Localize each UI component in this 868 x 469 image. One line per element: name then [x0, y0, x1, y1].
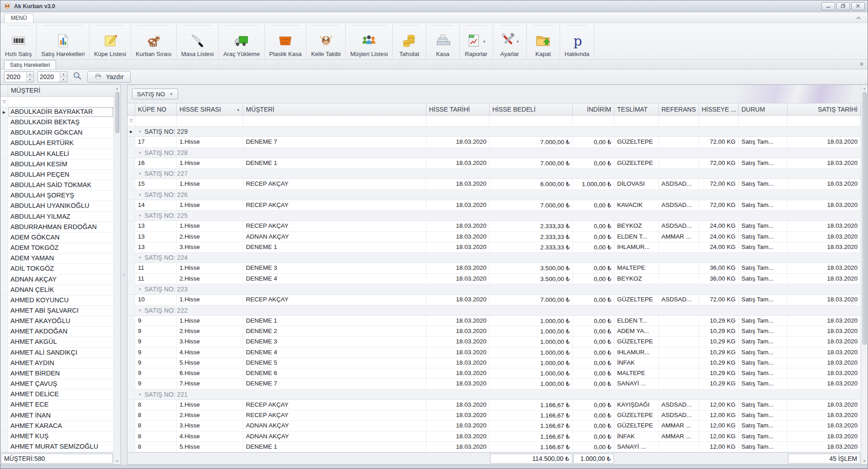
cell-referans[interactable]: [659, 158, 699, 168]
customer-name[interactable]: ADİL TOKGÖZ: [8, 264, 113, 274]
cell-hisseye[interactable]: 72,00 KG: [699, 179, 739, 189]
cell-hisseye[interactable]: 10,29 KG: [699, 337, 739, 347]
cell-musteri[interactable]: DENEME 1: [243, 242, 426, 252]
cell-indirim[interactable]: 0,00 ₺: [573, 410, 614, 420]
cell-indirim[interactable]: 0,00 ₺: [573, 158, 614, 168]
column-header-hisse_sirasi[interactable]: HİSSE SIRASI▲: [177, 103, 243, 115]
cell-hisse_bedeli[interactable]: 1.166,67 ₺: [490, 421, 573, 431]
column-header-teslimat[interactable]: TESLİMAT: [614, 103, 659, 115]
cell-satis_tarihi[interactable]: 18.03.2020: [788, 400, 861, 410]
column-header-hisseye[interactable]: HİSSEYE ...: [699, 103, 739, 115]
toolbar-button-m-teri-listesi[interactable]: Müşteri Listesi: [346, 23, 393, 59]
cell-musteri[interactable]: DENEME 5: [243, 358, 426, 368]
group-collapse-icon[interactable]: ▾: [139, 213, 141, 218]
cell-kupe_no[interactable]: 9: [135, 368, 177, 378]
cell-satis_tarihi[interactable]: 18.03.2020: [788, 431, 861, 441]
table-row[interactable]: 81.HisseRECEP AKÇAY18.03.20201.166,67 ₺0…: [127, 400, 861, 410]
group-row[interactable]: ▶▾SATIŞ NO: 229: [127, 127, 861, 137]
list-item[interactable]: AHMET DELİCE: [0, 389, 113, 400]
cell-hisse_bedeli[interactable]: 1.166,67 ₺: [490, 400, 573, 410]
cell-hisse_sirasi[interactable]: 1.Hisse: [177, 158, 243, 168]
toolbar-button-kelle-takibi[interactable]: Kelle Takibi: [307, 23, 346, 59]
group-row-label[interactable]: ▾SATIŞ NO: 224: [135, 253, 188, 263]
list-item[interactable]: AHMED KOYUNCU: [0, 295, 113, 306]
cell-musteri[interactable]: DENEME 3: [243, 263, 426, 273]
column-header-indirim[interactable]: İNDİRİM: [573, 103, 614, 115]
filter-cell-kupe_no[interactable]: [135, 116, 177, 126]
cell-durum[interactable]: Satış Tam...: [739, 442, 788, 452]
cell-hisse_bedeli[interactable]: 1.000,00 ₺: [490, 337, 573, 347]
list-item[interactable]: ABDURRAHMAN ERDOĞAN: [0, 222, 113, 233]
cell-hisse_sirasi[interactable]: 1.Hisse: [177, 295, 243, 305]
cell-satis_tarihi[interactable]: 18.03.2020: [788, 232, 861, 242]
cell-hisseye[interactable]: 72,00 KG: [699, 200, 739, 210]
customer-name[interactable]: ABDULLAH ERTÜRK: [8, 138, 113, 148]
table-row[interactable]: 95.HisseDENEME 518.03.20201.000,00 ₺0,00…: [127, 358, 861, 368]
list-item[interactable]: ABDULLAH ERTÜRK: [0, 138, 113, 149]
list-item[interactable]: ABDULLAH KESİM: [0, 159, 113, 170]
spin-up-icon[interactable]: ▲: [27, 72, 33, 77]
scroll-down-icon[interactable]: ▼: [861, 458, 868, 464]
cell-hisse_tarihi[interactable]: 18.03.2020: [426, 274, 490, 284]
cell-referans[interactable]: [659, 242, 699, 252]
cell-teslimat[interactable]: GÜZELTEPE: [614, 421, 659, 431]
filter-cell-hisseye[interactable]: [699, 116, 739, 126]
cell-hisse_bedeli[interactable]: 1.000,00 ₺: [490, 358, 573, 368]
list-item[interactable]: ABDULLAH UYANIKOĞLU: [0, 201, 113, 211]
cell-durum[interactable]: Satış Tam...: [739, 358, 788, 368]
customer-name[interactable]: ADEM YAMAN: [8, 253, 113, 263]
cell-kupe_no[interactable]: 13: [135, 232, 177, 242]
list-item[interactable]: ABDULKADİR BEKTAŞ: [0, 117, 113, 128]
cell-hisse_sirasi[interactable]: 1.Hisse: [177, 316, 243, 326]
customer-name[interactable]: AHMET AYDIN: [8, 358, 113, 368]
cell-referans[interactable]: ASDSAD...: [659, 200, 699, 210]
table-row[interactable]: 83.HisseADNAN AKÇAY18.03.20201.166,67 ₺0…: [127, 421, 861, 431]
cell-indirim[interactable]: 0,00 ₺: [573, 326, 614, 336]
cell-teslimat[interactable]: KAVACIK: [614, 200, 659, 210]
spin-down-icon[interactable]: ▼: [27, 77, 33, 82]
customer-name[interactable]: AHMET BİRDEN: [8, 369, 113, 379]
minimize-button[interactable]: [821, 2, 835, 10]
tab-close-icon[interactable]: ✕: [859, 61, 864, 67]
customer-name[interactable]: ADEM GÖKCAN: [8, 233, 113, 243]
cell-durum[interactable]: Satış Tam...: [739, 274, 788, 284]
cell-satis_tarihi[interactable]: 18.03.2020: [788, 137, 861, 147]
customer-name[interactable]: AHMET AKAYOĞLU: [8, 316, 113, 326]
table-row[interactable]: 84.HisseADNAN AKÇAY18.03.20201.166,67 ₺0…: [127, 431, 861, 442]
toolbar-button-k-pe-listesi[interactable]: Küpe Listesi: [90, 23, 131, 59]
cell-referans[interactable]: AMMAR ...: [659, 232, 699, 242]
cell-durum[interactable]: Satış Tam...: [739, 400, 788, 410]
cell-hisse_sirasi[interactable]: 1.Hisse: [177, 200, 243, 210]
group-row-label[interactable]: ▾SATIŞ NO: 229: [135, 127, 188, 136]
cell-kupe_no[interactable]: 11: [135, 274, 177, 284]
cell-durum[interactable]: Satış Tam...: [739, 137, 788, 147]
customer-name[interactable]: AHMET MURAT SEMİZOĞLU: [8, 442, 113, 452]
cell-hisse_bedeli[interactable]: 2.333,33 ₺: [490, 232, 573, 242]
cell-durum[interactable]: Satış Tam...: [739, 242, 788, 252]
customer-name[interactable]: AHMET KUŞ: [8, 431, 113, 441]
cell-indirim[interactable]: 0,00 ₺: [573, 263, 614, 273]
customer-name[interactable]: AHMET AKDOĞAN: [8, 327, 113, 337]
cell-indirim[interactable]: 0,00 ₺: [573, 431, 614, 441]
cell-kupe_no[interactable]: 14: [135, 200, 177, 210]
column-header-durum[interactable]: DURUM: [739, 103, 788, 115]
cell-satis_tarihi[interactable]: 18.03.2020: [788, 421, 861, 431]
cell-hisse_bedeli[interactable]: 7.000,00 ₺: [490, 137, 573, 147]
cell-durum[interactable]: Satış Tam...: [739, 410, 788, 420]
cell-hisse_bedeli[interactable]: 1.166,67 ₺: [490, 442, 573, 452]
cell-hisseye[interactable]: 12,00 KG: [699, 410, 739, 420]
cell-kupe_no[interactable]: 13: [135, 221, 177, 231]
customer-name[interactable]: ABDULKADİR GÖKCAN: [8, 128, 113, 138]
cell-indirim[interactable]: 0,00 ₺: [573, 400, 614, 410]
cell-hisse_bedeli[interactable]: 1.166,67 ₺: [490, 410, 573, 420]
cell-durum[interactable]: Satış Tam...: [739, 263, 788, 273]
cell-hisse_bedeli[interactable]: 2.333,33 ₺: [490, 221, 573, 231]
cell-hisse_bedeli[interactable]: 1.000,00 ₺: [490, 368, 573, 378]
cell-indirim[interactable]: 0,00 ₺: [573, 232, 614, 242]
list-item[interactable]: AHMET AKAYOĞLU: [0, 316, 113, 327]
print-button[interactable]: Yazdır: [87, 71, 131, 83]
cell-hisse_tarihi[interactable]: 18.03.2020: [426, 358, 490, 368]
column-header-satis_tarihi[interactable]: SATIŞ TARİHİ: [788, 103, 861, 115]
filter-cell-hisse_sirasi[interactable]: [177, 116, 243, 126]
group-row[interactable]: ▾SATIŞ NO: 222: [127, 305, 861, 316]
